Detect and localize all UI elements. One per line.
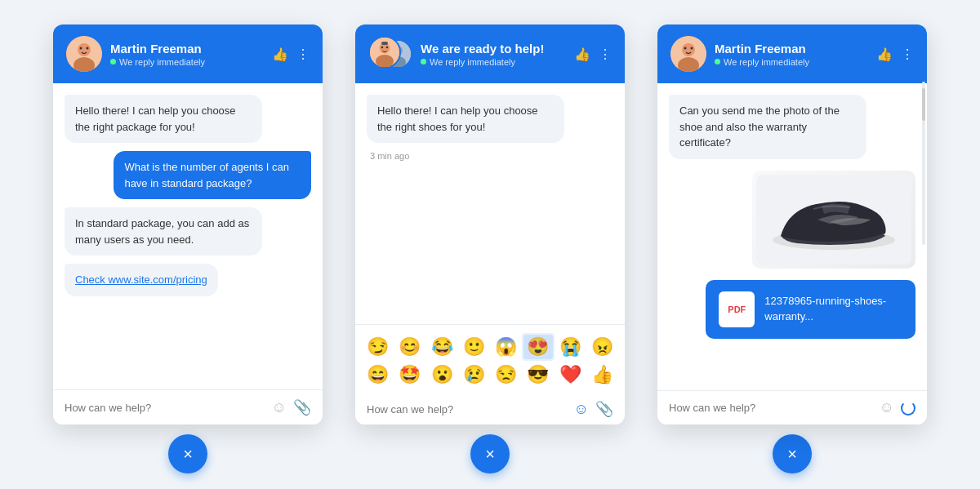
close-button-3[interactable]: ×	[773, 434, 812, 473]
attach-icon-1[interactable]: 📎	[293, 398, 311, 416]
message-1-4[interactable]: Check www.site.com/pricing	[65, 264, 218, 296]
header-name-3: Martin Freeman	[715, 42, 868, 56]
header-info-2: We are ready to help! We reply immediate…	[421, 42, 566, 67]
svg-point-4	[87, 47, 89, 50]
status-dot-2	[421, 59, 426, 64]
message-1-1: Hello there! I can help you choose the r…	[65, 95, 262, 143]
chat-widget-1: Martin Freeman We reply immediately 👍 ⋮ …	[53, 24, 323, 425]
header-status-2: We reply immediately	[421, 57, 566, 67]
svg-point-1	[78, 43, 91, 56]
status-dot-3	[715, 59, 720, 64]
chat-input-3[interactable]	[669, 402, 873, 414]
emoji-7[interactable]: 😭	[556, 335, 585, 359]
message-1-2: What is the number of agents I can have …	[114, 151, 311, 199]
emoji-3[interactable]: 😂	[428, 335, 457, 359]
emoji-4[interactable]: 🙂	[460, 335, 488, 359]
header-status-3: We reply immediately	[715, 57, 868, 67]
avatar-container-1	[66, 36, 102, 72]
message-3-1: Can you send me the photo of the shoe an…	[669, 95, 866, 159]
close-button-1[interactable]: ×	[168, 434, 207, 473]
menu-icon-2[interactable]: ⋮	[599, 47, 612, 62]
chat-header-3: Martin Freeman We reply immediately 👍 ⋮	[657, 24, 927, 83]
svg-point-19	[684, 47, 687, 50]
emoji-1[interactable]: 😏	[363, 335, 392, 359]
svg-point-20	[691, 47, 693, 50]
emoji-2[interactable]: 😊	[395, 335, 424, 359]
scrollbar-thumb-3[interactable]	[922, 88, 925, 121]
chat-footer-2: ☺ 📎	[363, 393, 617, 418]
header-name-1: Martin Freeman	[110, 42, 264, 56]
menu-icon-3[interactable]: ⋮	[901, 47, 914, 62]
pdf-icon-3: PDF	[719, 291, 755, 327]
header-name-2: We are ready to help!	[421, 42, 566, 56]
emoji-panel-2: 😏 😊 😂 🙂 😱 😍 😭 😠 😄 🤩 😮 😢 😒 😎 ❤️ 👍	[355, 324, 625, 425]
svg-point-17	[682, 43, 695, 56]
message-2-timestamp: 3 min ago	[367, 151, 409, 161]
chat-input-1[interactable]	[65, 402, 265, 414]
chat-footer-3: ☺	[657, 390, 927, 425]
svg-rect-10	[381, 42, 388, 45]
avatar-container-2	[368, 36, 412, 72]
emoji-5[interactable]: 😱	[492, 335, 520, 359]
emoji-13[interactable]: 😒	[492, 362, 520, 387]
message-2-1: Hello there! I can help you choose the r…	[367, 95, 564, 143]
like-icon-3[interactable]: 👍	[876, 47, 893, 62]
chat-body-3: Can you send me the photo of the shoe an…	[657, 83, 927, 390]
avatar-2a	[368, 36, 401, 69]
chat-input-2[interactable]	[367, 403, 568, 416]
page-container: Martin Freeman We reply immediately 👍 ⋮ …	[0, 0, 980, 489]
emoji-6[interactable]: 😍	[523, 335, 552, 359]
emoji-icon-3[interactable]: ☺	[880, 399, 894, 416]
pdf-filename-3: 12378965-running-shoes-warranty...	[764, 294, 902, 323]
attach-icon-2[interactable]: 📎	[595, 400, 613, 418]
chat-wrapper-1: Martin Freeman We reply immediately 👍 ⋮ …	[53, 24, 323, 473]
emoji-16[interactable]: 👍	[588, 362, 617, 387]
emoji-grid-2: 😏 😊 😂 🙂 😱 😍 😭 😠 😄 🤩 😮 😢 😒 😎 ❤️ 👍	[363, 335, 617, 387]
chat-wrapper-3: Martin Freeman We reply immediately 👍 ⋮ …	[657, 24, 927, 473]
chat-wrapper-2: We are ready to help! We reply immediate…	[355, 24, 625, 473]
emoji-11[interactable]: 😮	[428, 362, 457, 387]
header-status-1: We reply immediately	[110, 57, 264, 67]
svg-point-3	[80, 47, 82, 50]
chat-header-2: We are ready to help! We reply immediate…	[355, 24, 625, 83]
like-icon-2[interactable]: 👍	[574, 47, 590, 62]
chat-widget-3: Martin Freeman We reply immediately 👍 ⋮ …	[657, 24, 927, 425]
emoji-14[interactable]: 😎	[523, 362, 552, 387]
svg-point-8	[381, 47, 383, 48]
chat-footer-1: ☺ 📎	[53, 389, 323, 425]
loading-icon-3	[901, 401, 915, 416]
header-actions-2: 👍 ⋮	[574, 47, 612, 62]
header-actions-3: 👍 ⋮	[876, 47, 914, 62]
avatar-3	[670, 36, 706, 72]
menu-icon-1[interactable]: ⋮	[296, 47, 310, 62]
scrollbar-track-3	[922, 82, 925, 245]
chat-body-1: Hello there! I can help you choose the r…	[53, 83, 323, 389]
pdf-attachment-3: PDF 12378965-running-shoes-warranty...	[706, 280, 915, 339]
header-info-3: Martin Freeman We reply immediately	[715, 42, 868, 67]
chat-widget-2: We are ready to help! We reply immediate…	[355, 24, 625, 425]
emoji-icon-1[interactable]: ☺	[272, 399, 287, 416]
shoe-image-3	[752, 171, 915, 269]
svg-point-9	[386, 47, 388, 48]
emoji-9[interactable]: 😄	[363, 362, 392, 387]
emoji-icon-2[interactable]: ☺	[574, 401, 589, 418]
avatar-1	[66, 36, 102, 72]
message-1-3: In standard package, you can add as many…	[65, 207, 262, 256]
like-icon-1[interactable]: 👍	[272, 47, 288, 62]
header-info-1: Martin Freeman We reply immediately	[110, 42, 264, 67]
emoji-8[interactable]: 😠	[588, 335, 617, 359]
chat-body-2: Hello there! I can help you choose the r…	[355, 83, 625, 324]
emoji-10[interactable]: 🤩	[395, 362, 424, 387]
close-button-2[interactable]: ×	[470, 434, 510, 473]
emoji-15[interactable]: ❤️	[556, 362, 585, 387]
chat-header-1: Martin Freeman We reply immediately 👍 ⋮	[53, 24, 323, 83]
status-dot-1	[110, 59, 116, 64]
shoe-svg	[756, 175, 911, 265]
emoji-12[interactable]: 😢	[460, 362, 488, 387]
avatar-container-3	[670, 36, 706, 72]
header-actions-1: 👍 ⋮	[272, 47, 310, 62]
